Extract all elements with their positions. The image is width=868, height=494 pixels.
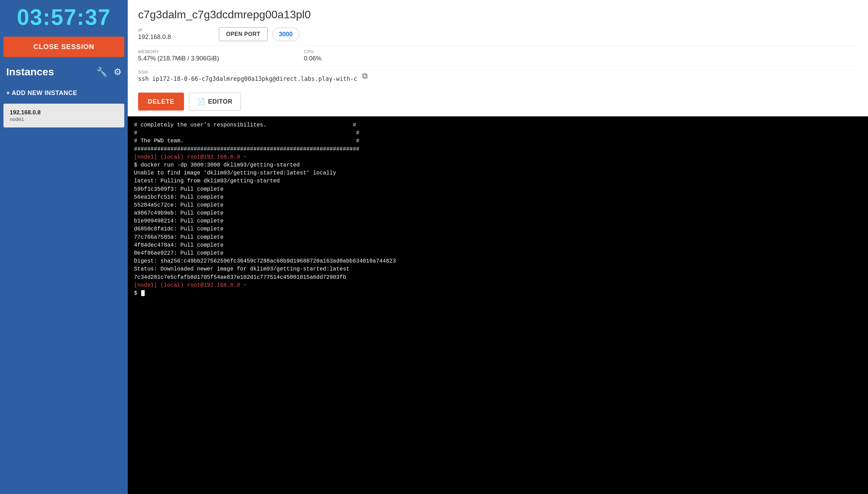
terminal-line: 0e4f86ae9227: Pull complete	[134, 249, 862, 257]
terminal-line: Unable to find image 'dklim93/getting-st…	[134, 169, 862, 177]
terminal-line: [node1] (local) root@192.168.0.8 ~	[134, 153, 862, 161]
instances-icons: 🔧 ⚙	[96, 67, 122, 77]
wrench-icon[interactable]: 🔧	[96, 67, 107, 77]
info-panel: c7g3dalm_c7g3dcdmrepg00a13pl0 IP 192.168…	[128, 0, 868, 116]
terminal-line: a9867c49b9eb: Pull complete	[134, 209, 862, 217]
terminal-line: $ docker run -dp 3000:3000 dklim93/getti…	[134, 161, 862, 169]
instance-item-name: node1	[10, 116, 118, 122]
terminal-cursor	[141, 290, 145, 296]
instance-item-ip: 192.168.0.8	[10, 109, 118, 116]
timer-area: 03:57:37	[0, 0, 128, 33]
editor-icon: 📄	[197, 98, 205, 105]
instance-title: c7g3dalm_c7g3dcdmrepg00a13pl0	[138, 8, 858, 21]
sidebar: 03:57:37 CLOSE SESSION Instances 🔧 ⚙ + A…	[0, 0, 128, 494]
memory-column: Memory 5.47% (218.7MiB / 3.906GiB)	[138, 49, 304, 62]
instances-header: Instances 🔧 ⚙	[0, 60, 128, 83]
ip-section: IP 192.168.0.8 OPEN PORT 3000	[138, 27, 858, 41]
memory-label: Memory	[138, 49, 304, 54]
ip-column: IP 192.168.0.8	[138, 28, 214, 41]
terminal-line: $	[134, 289, 862, 297]
ip-label: IP	[138, 28, 214, 33]
terminal-line: # #	[134, 129, 862, 137]
instance-list: 192.168.0.8 node1	[0, 104, 128, 129]
editor-label: EDITOR	[208, 98, 233, 105]
terminal-line: 4f84dec478a4: Pull complete	[134, 241, 862, 249]
editor-button[interactable]: 📄 EDITOR	[189, 93, 241, 111]
cpu-label: CPU	[304, 49, 373, 54]
ssh-row: SSH ssh ip172-18-0-66-c7g3dalmrepg00a13p…	[138, 66, 858, 82]
copy-button[interactable]: ⧉	[361, 70, 369, 82]
port-badge[interactable]: 3000	[272, 28, 299, 41]
terminal-line: # The PWD team. #	[134, 137, 862, 145]
action-row: DELETE 📄 EDITOR	[138, 87, 858, 116]
cpu-column: CPU 0.06%	[304, 49, 373, 62]
terminal-line: 77c766a7585a: Pull complete	[134, 234, 862, 241]
terminal-line: # completely the user's responsibilites.…	[134, 121, 862, 129]
ssh-column: SSH ssh ip172-18-0-66-c7g3dalmrepg00a13p…	[138, 69, 357, 82]
gear-icon[interactable]: ⚙	[114, 67, 122, 77]
terminal-line: [node1] (local) root@192.168.0.8 ~	[134, 282, 862, 289]
cpu-value: 0.06%	[304, 55, 373, 62]
terminal-line: 7c34d281c7e5cfafb8d1705f54ae837e102d1c77…	[134, 274, 862, 282]
terminal-line: 59bf1c3509f3: Pull complete	[134, 186, 862, 193]
mem-cpu-row: Memory 5.47% (218.7MiB / 3.906GiB) CPU 0…	[138, 45, 858, 62]
open-port-button[interactable]: OPEN PORT	[219, 27, 268, 41]
delete-button[interactable]: DELETE	[138, 93, 184, 111]
terminal-line: d6850c8fa1dc: Pull complete	[134, 225, 862, 233]
timer-display: 03:57:37	[3, 6, 124, 28]
terminal-line: ########################################…	[134, 145, 862, 153]
memory-value: 5.47% (218.7MiB / 3.906GiB)	[138, 55, 304, 62]
ip-value: 192.168.0.8	[138, 34, 214, 41]
terminal[interactable]: # completely the user's responsibilites.…	[128, 116, 868, 494]
main-panel: c7g3dalm_c7g3dcdmrepg00a13pl0 IP 192.168…	[128, 0, 868, 494]
add-new-instance-link[interactable]: + ADD NEW INSTANCE	[0, 83, 128, 104]
terminal-line: latest: Pulling from dklim93/getting-sta…	[134, 177, 862, 185]
terminal-line: b1e909498214: Pull complete	[134, 217, 862, 225]
ssh-label: SSH	[138, 69, 357, 75]
instances-title: Instances	[6, 66, 54, 78]
instance-item[interactable]: 192.168.0.8 node1	[3, 104, 124, 127]
close-session-button[interactable]: CLOSE SESSION	[3, 37, 124, 57]
terminal-line: 55284a5c72ce: Pull complete	[134, 201, 862, 209]
terminal-line: Digest: sha256:c49bb227562596fc36459c728…	[134, 257, 862, 265]
terminal-line: 56ea1bcfc516: Pull complete	[134, 193, 862, 201]
terminal-line: Status: Downloaded newer image for dklim…	[134, 265, 862, 273]
ssh-value: ssh ip172-18-0-66-c7g3dalmrepg00a13pkg@d…	[138, 75, 357, 82]
